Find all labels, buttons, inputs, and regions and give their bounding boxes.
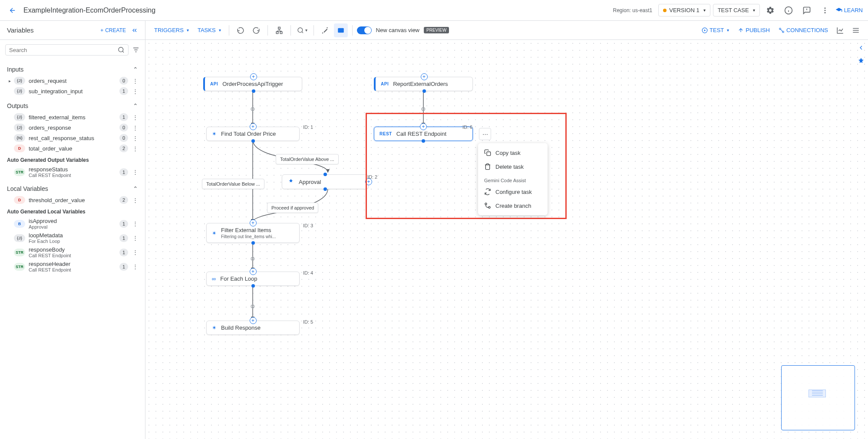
add-icon[interactable]: +	[250, 220, 257, 226]
chevron-up-icon: ⌃	[133, 102, 138, 109]
task-node-approval[interactable]: Approval +	[282, 174, 369, 189]
integration-title: ExampleIntegration-EcomOrderProcessing	[23, 7, 613, 14]
gear-icon[interactable]: ⚙	[249, 302, 257, 310]
task-node-build[interactable]: ✴ Build Response +	[206, 321, 300, 335]
local-section-header[interactable]: Local Variables ⌃	[5, 183, 140, 195]
task-node-filter[interactable]: ✴ Filter External Items Filtering out li…	[206, 223, 300, 243]
variable-row[interactable]: {J} sub_integration_input 1 ⋮	[5, 86, 140, 96]
inputs-section-header[interactable]: Inputs ⌃	[5, 63, 140, 75]
more-icon[interactable]: ⋮	[131, 235, 140, 241]
svg-rect-14	[276, 32, 278, 34]
add-icon[interactable]: +	[250, 317, 257, 324]
feedback-icon[interactable]	[799, 3, 815, 18]
chevron-up-icon: ⌃	[133, 185, 138, 192]
variable-row[interactable]: STR responseHeaderCall REST Endpoint 1 ⋮	[5, 259, 140, 274]
minimap[interactable]	[781, 365, 855, 430]
menu-group-label: Gemini Code Assist	[478, 174, 548, 185]
publish-button[interactable]: PUBLISH	[734, 24, 773, 36]
variable-row[interactable]: D threshold_order_value 2 ⋮	[5, 195, 140, 205]
gear-icon[interactable]: ⚙	[419, 105, 427, 113]
add-icon[interactable]: +	[250, 268, 257, 275]
task-node-find-total[interactable]: ✴ Find Total Order Price +	[206, 127, 300, 141]
settings-icon[interactable]	[762, 3, 778, 18]
more-icon[interactable]: ⋮	[131, 124, 140, 131]
new-canvas-label: New canvas view	[376, 27, 419, 33]
back-button[interactable]	[5, 3, 20, 18]
menu-item-branch[interactable]: Create branch	[478, 199, 548, 213]
wand-icon[interactable]	[318, 23, 332, 37]
more-icon[interactable]: ⋮	[131, 88, 140, 95]
trigger-node-orderprocess[interactable]: API OrderProcessApiTrigger +	[203, 77, 302, 91]
outputs-section-header[interactable]: Outputs ⌃	[5, 100, 140, 112]
edge-label[interactable]: TotalOrderValue Above ...	[276, 154, 339, 164]
collapse-sidebar-icon[interactable]	[131, 27, 138, 34]
datamapping-icon: ✴	[212, 131, 217, 137]
test-button[interactable]: TEST	[698, 24, 733, 36]
list-icon[interactable]	[849, 23, 863, 37]
task-node-rest[interactable]: REST Call REST Endpoint +	[374, 127, 473, 141]
menu-item-delete[interactable]: Delete task	[478, 160, 548, 174]
connections-button[interactable]: CONNECTIONS	[775, 24, 832, 36]
testcase-dropdown[interactable]: TEST CASE	[713, 4, 760, 16]
layout-icon[interactable]	[272, 23, 286, 37]
variable-row[interactable]: STR responseStatus Call REST Endpoint 1 …	[5, 165, 140, 179]
gear-icon[interactable]: ⚙	[249, 255, 257, 262]
add-icon[interactable]: +	[250, 73, 257, 80]
undo-icon[interactable]	[234, 23, 248, 37]
add-icon[interactable]: +	[420, 123, 427, 130]
gear-icon[interactable]: ⚙	[249, 105, 257, 113]
variable-row[interactable]: {N} rest_call_response_status 0 ⋮	[5, 133, 140, 143]
info-icon[interactable]	[781, 3, 796, 18]
canvas-view-toggle[interactable]	[357, 26, 372, 34]
triggers-dropdown[interactable]: TRIGGERS	[151, 24, 192, 36]
expand-icon[interactable]: ▸	[5, 79, 14, 83]
svg-rect-13	[278, 27, 280, 29]
more-icon[interactable]: ⋮	[131, 249, 140, 256]
more-icon[interactable]: ⋮	[131, 114, 140, 121]
more-icon[interactable]: ⋮	[131, 263, 140, 270]
pin-icon[interactable]	[858, 57, 865, 64]
menu-item-configure[interactable]: Configure task	[478, 185, 548, 199]
add-icon[interactable]: +	[421, 73, 428, 80]
node-id-label: ID: 4	[303, 270, 313, 275]
canvas-view-icon[interactable]	[334, 23, 348, 37]
canvas[interactable]: ⚙ ⚙ ⚙ ⚙ API OrderProcessApiTrigger + API…	[145, 40, 868, 439]
task-node-loop[interactable]: ∞ For Each Loop +	[206, 272, 300, 286]
more-icon[interactable]: ⋮	[131, 145, 140, 152]
edge-label[interactable]: TotalOrderValue Below ...	[202, 179, 264, 189]
learn-button[interactable]: LEARN	[835, 7, 863, 14]
variable-row[interactable]: {J} orders_response 0 ⋮	[5, 122, 140, 133]
variable-row[interactable]: D total_order_value 2 ⋮	[5, 143, 140, 154]
filter-icon[interactable]	[132, 46, 140, 54]
variable-row[interactable]: {J} filtered_external_items 1 ⋮	[5, 112, 140, 122]
menu-item-copy[interactable]: Copy task	[478, 146, 548, 160]
context-menu: Copy task Delete task Gemini Code Assist…	[478, 143, 548, 215]
create-variable-button[interactable]: + CREATE	[100, 27, 126, 33]
tasks-dropdown[interactable]: TASKS	[194, 24, 224, 36]
zoom-icon[interactable]	[295, 23, 309, 37]
variable-row[interactable]: {J} loopMetadataFor Each Loop 1 ⋮	[5, 231, 140, 245]
version-dropdown[interactable]: VERSION 1	[658, 4, 710, 16]
node-id-label: ID: 6	[462, 124, 472, 130]
more-icon[interactable]: ⋮	[131, 135, 140, 141]
add-icon[interactable]: +	[250, 123, 257, 130]
edge-label[interactable]: Proceed if approved	[267, 203, 318, 213]
more-icon[interactable]: ⋮	[131, 169, 140, 175]
node-id-label: ID: 1	[303, 124, 313, 130]
sidebar-title: Variables	[7, 26, 100, 34]
metrics-icon[interactable]	[833, 23, 847, 37]
search-icon	[118, 46, 125, 53]
more-icon[interactable]	[817, 3, 833, 18]
trigger-node-reportexternal[interactable]: API ReportExternalOrders +	[374, 77, 473, 91]
more-icon[interactable]: ⋮	[131, 78, 140, 84]
more-icon[interactable]: ⋮	[131, 197, 140, 203]
search-input[interactable]	[5, 44, 129, 56]
variable-row[interactable]: ▸ {J} orders_request 0 ⋮	[5, 75, 140, 86]
expand-panel-icon[interactable]	[858, 44, 865, 51]
redo-icon[interactable]	[249, 23, 263, 37]
approval-icon	[287, 178, 294, 185]
more-icon[interactable]: ⋮	[131, 220, 140, 227]
variable-row[interactable]: B isApprovedApproval 1 ⋮	[5, 216, 140, 231]
node-more-button[interactable]: ⋯	[479, 128, 491, 140]
variable-row[interactable]: STR responseBodyCall REST Endpoint 1 ⋮	[5, 245, 140, 259]
